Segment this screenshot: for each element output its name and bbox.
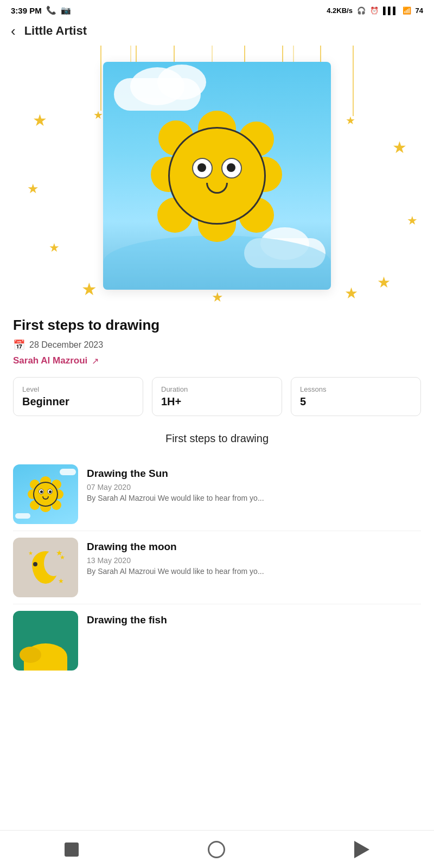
status-time: 3:39 PM <box>11 6 42 15</box>
status-bar: 3:39 PM 📞 📷 4.2KB/s 🎧 ⏰ ▌▌▌ 📶 74 <box>0 0 434 18</box>
sun-eye-right <box>221 158 242 178</box>
hero-section: ★ ★ ★ ★ ★ ★ ★ ★ ★ ★ ★ ★ ★ ★ ★ ★ <box>0 46 434 306</box>
square-icon <box>65 843 79 857</box>
section-title: First steps to drawing <box>13 432 421 445</box>
stats-row: Level Beginner Duration 1H+ Lessons 5 <box>13 377 421 416</box>
back-button[interactable]: ‹ <box>11 24 16 38</box>
lesson-thumb-fish <box>13 611 78 671</box>
content-section: First steps to drawing 📅 28 December 202… <box>0 306 434 731</box>
status-left: 3:39 PM 📞 📷 <box>11 5 71 15</box>
stat-card-level: Level Beginner <box>13 377 143 416</box>
signal-icon: ▌▌▌ <box>383 7 398 15</box>
lessons-label: Lessons <box>300 385 412 393</box>
phone-icon: 📞 <box>46 5 56 15</box>
deco-star: ★ <box>392 138 407 157</box>
author-name[interactable]: Sarah Al Mazroui <box>13 355 87 366</box>
lesson-info-2: Drawing the moon 13 May 2020 By Sarah Al… <box>87 538 421 576</box>
sun-face <box>168 127 266 225</box>
lesson-info-1: Drawing the Sun 07 May 2020 By Sarah Al … <box>87 464 421 502</box>
lesson-item[interactable]: Drawing the fish <box>13 604 421 677</box>
lesson-date-2: 13 May 2020 <box>87 556 421 565</box>
lesson-thumb-sun <box>13 464 78 524</box>
deco-star: ★ <box>407 214 418 228</box>
deco-star: ★ <box>81 279 97 299</box>
sun-eye-left <box>192 158 213 178</box>
deco-star: ★ <box>49 241 60 255</box>
headphone-icon: 🎧 <box>357 7 366 15</box>
deco-star: ★ <box>33 111 47 130</box>
author-row: Sarah Al Mazroui ↗ <box>13 355 421 366</box>
deco-star: ★ <box>93 110 103 120</box>
status-right: 4.2KB/s 🎧 ⏰ ▌▌▌ 📶 74 <box>327 7 423 15</box>
deco-star: ★ <box>344 284 358 302</box>
wifi-icon: 📶 <box>403 7 411 15</box>
lesson-date-1: 07 May 2020 <box>87 483 421 492</box>
lesson-info-3: Drawing the fish <box>87 611 421 629</box>
nav-back-button[interactable] <box>208 841 225 858</box>
lessons-value: 5 <box>300 395 412 408</box>
bottom-nav <box>0 830 434 868</box>
stat-card-lessons: Lessons 5 <box>291 377 421 416</box>
level-value: Beginner <box>22 395 134 408</box>
lesson-title-2: Drawing the moon <box>87 541 421 553</box>
network-speed: 4.2KB/s <box>327 7 353 15</box>
nav-home-button[interactable] <box>65 843 79 857</box>
level-label: Level <box>22 385 134 393</box>
course-title: First steps to drawing <box>13 317 421 334</box>
date-row: 📅 28 December 2023 <box>13 339 421 351</box>
header: ‹ Little Artist <box>0 18 434 46</box>
lesson-desc-1: By Sarah Al Mazroui We would like to hea… <box>87 494 421 502</box>
deco-star: ★ <box>377 273 391 291</box>
circle-icon <box>208 841 225 858</box>
camera-icon: 📷 <box>61 5 71 15</box>
lesson-title-1: Drawing the Sun <box>87 468 421 480</box>
hero-image <box>103 62 331 290</box>
alarm-icon: ⏰ <box>370 7 379 15</box>
calendar-icon: 📅 <box>13 339 25 351</box>
deco-star: ★ <box>27 181 39 196</box>
lesson-title-3: Drawing the fish <box>87 614 421 626</box>
lessons-list: Drawing the Sun 07 May 2020 By Sarah Al … <box>13 458 421 677</box>
nav-recent-button[interactable] <box>354 841 369 858</box>
triangle-icon <box>354 841 369 858</box>
lesson-thumb-moon: ★ ★ ★ ★ <box>13 538 78 597</box>
lesson-item[interactable]: Drawing the Sun 07 May 2020 By Sarah Al … <box>13 458 421 531</box>
course-date: 28 December 2023 <box>29 340 103 350</box>
deco-star: ★ <box>346 115 355 126</box>
external-link-icon[interactable]: ↗ <box>92 356 99 366</box>
sun-craft <box>146 105 288 246</box>
page-title: Little Artist <box>24 24 87 38</box>
hero-image-bg <box>103 62 331 290</box>
duration-value: 1H+ <box>161 395 273 408</box>
duration-label: Duration <box>161 385 273 393</box>
battery: 74 <box>416 7 423 15</box>
sun-mouth <box>206 183 228 194</box>
lesson-item[interactable]: ★ ★ ★ ★ Drawing the moon 13 May 2020 By … <box>13 531 421 604</box>
deco-star: ★ <box>212 290 224 305</box>
cloud-puff-2 <box>157 65 206 100</box>
lesson-desc-2: By Sarah Al Mazroui We would like to hea… <box>87 567 421 576</box>
sun-eyes <box>188 158 246 178</box>
stat-card-duration: Duration 1H+ <box>152 377 282 416</box>
